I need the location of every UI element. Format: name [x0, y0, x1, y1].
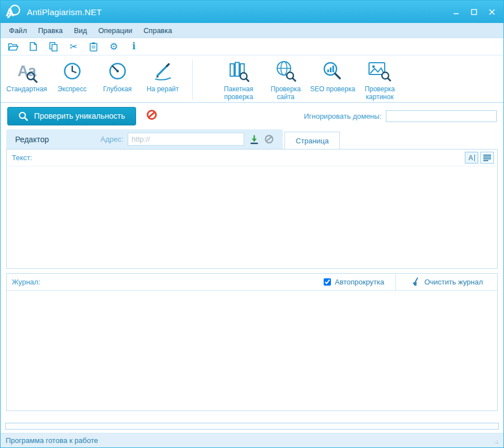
batch-check-icon: [227, 59, 250, 83]
ignore-domains-label: Игнорировать домены:: [304, 112, 381, 120]
menu-item-help[interactable]: Справка: [138, 25, 177, 36]
progress-bar: [5, 423, 499, 430]
paste-icon: [90, 42, 97, 52]
letter-a-icon: A: [468, 154, 473, 162]
editor-panel-header: Текст: A: [7, 150, 497, 166]
check-uniqueness-button[interactable]: Проверить уникальность: [7, 107, 136, 125]
check-modes-ribbon: Aa Стандартная Экспресс: [1, 55, 503, 103]
window-controls: [447, 4, 500, 19]
font-check-button[interactable]: A: [465, 152, 478, 164]
autoscroll-checkbox[interactable]: [324, 278, 331, 286]
cancel-download-button[interactable]: [264, 134, 274, 144]
cancel-icon: [264, 134, 274, 144]
magnifier-icon: [26, 71, 38, 83]
copy-button[interactable]: [48, 40, 59, 53]
text-cursor-icon: [474, 155, 475, 161]
minimize-icon: [453, 9, 459, 15]
info-button[interactable]: i: [128, 40, 139, 53]
mode-standard-check[interactable]: Aa Стандартная: [4, 59, 49, 93]
log-panel: Журнал: Автопрокрутка Очистить журнал: [6, 273, 498, 411]
ribbon-separator: [192, 60, 193, 100]
search-icon: [18, 111, 28, 121]
menu-item-edit[interactable]: Правка: [33, 25, 68, 36]
stop-icon: [146, 109, 157, 120]
text-label: Текст:: [12, 153, 32, 162]
maximize-icon: [471, 9, 477, 15]
resize-grip[interactable]: [492, 437, 498, 444]
address-input[interactable]: [128, 133, 244, 146]
mode-express-check[interactable]: Экспресс: [49, 59, 95, 93]
express-clock-icon: [62, 60, 83, 82]
word-wrap-button[interactable]: [480, 152, 494, 164]
deep-gauge-icon: [107, 60, 128, 82]
app-logo-icon: A: [4, 3, 22, 21]
close-button[interactable]: [483, 4, 500, 19]
ignore-domains-input[interactable]: [386, 110, 497, 122]
broom-icon: [410, 277, 420, 287]
check-uniqueness-label: Проверить уникальность: [34, 111, 125, 120]
open-folder-button[interactable]: [7, 40, 18, 53]
tool-batch-check[interactable]: Пакетная проверка: [215, 59, 262, 101]
address-label: Адрес:: [100, 135, 123, 143]
seo-check-icon: [321, 59, 344, 83]
tab-editor-label: Редактор: [15, 135, 49, 144]
lines-icon: [483, 155, 491, 161]
info-icon: i: [132, 42, 136, 51]
titlebar: A AntiPlagiarism.NET: [1, 1, 503, 23]
copy-icon: [49, 42, 58, 52]
cut-scissors-icon: ✂: [69, 42, 77, 52]
tab-page[interactable]: Страница: [284, 132, 340, 149]
action-row: Проверить уникальность Игнорировать доме…: [1, 103, 503, 129]
new-document-icon: [30, 42, 37, 51]
menu-item-operations[interactable]: Операции: [93, 25, 137, 36]
site-check-icon: [274, 59, 297, 83]
cut-button[interactable]: ✂: [68, 40, 79, 53]
mode-deep-check[interactable]: Глубокая: [95, 59, 140, 93]
clear-log-button[interactable]: Очистить журнал: [395, 274, 497, 290]
download-icon: [249, 134, 259, 144]
menu-item-file[interactable]: Файл: [4, 25, 32, 36]
new-document-button[interactable]: [27, 40, 39, 53]
settings-gear-icon: ⚙: [109, 42, 118, 52]
standard-check-icon: Aa: [17, 59, 36, 83]
tool-seo-check[interactable]: SEO проверка: [309, 59, 356, 93]
autoscroll-label: Автопрокрутка: [335, 278, 384, 286]
tab-row: Редактор Адрес: Страница: [1, 129, 503, 149]
window-title: AntiPlagiarism.NET: [27, 7, 102, 17]
paste-button[interactable]: [88, 40, 99, 53]
tab-page-label: Страница: [296, 137, 329, 145]
menubar: Файл Правка Вид Операции Справка: [1, 23, 503, 38]
tool-image-check[interactable]: Проверка картинок: [356, 59, 403, 101]
text-editor-area[interactable]: [7, 166, 497, 268]
stop-check-button[interactable]: [146, 109, 157, 123]
autoscroll-toggle[interactable]: Автопрокрутка: [324, 278, 384, 286]
settings-button[interactable]: ⚙: [108, 40, 119, 53]
tab-editor[interactable]: Редактор Адрес:: [6, 129, 283, 149]
minimize-button[interactable]: [447, 4, 464, 19]
editor-panel: Текст: A: [6, 149, 498, 269]
clear-log-label: Очистить журнал: [424, 278, 483, 286]
status-message: Программа готова к работе: [6, 436, 98, 445]
toolbar: ✂ ⚙ i: [1, 38, 503, 55]
mode-rewrite-check[interactable]: На рерайт: [140, 59, 185, 93]
open-folder-icon: [8, 43, 18, 51]
download-page-button[interactable]: [249, 134, 259, 144]
ignore-domains-group: Игнорировать домены:: [304, 110, 497, 122]
image-check-icon: [368, 59, 391, 83]
rewrite-pencil-icon: [152, 60, 174, 82]
tool-site-check[interactable]: Проверка сайта: [262, 59, 309, 101]
log-panel-header: Журнал: Автопрокрутка Очистить журнал: [7, 274, 497, 291]
app-window: A AntiPlagiarism.NET Файл Правка Вид Опе…: [0, 0, 504, 448]
status-bar: Программа готова к работе: [1, 433, 503, 447]
log-label: Журнал:: [12, 278, 40, 286]
log-output-area[interactable]: [7, 291, 497, 410]
close-icon: [489, 9, 495, 15]
maximize-button[interactable]: [465, 4, 482, 19]
menu-item-view[interactable]: Вид: [69, 25, 92, 36]
